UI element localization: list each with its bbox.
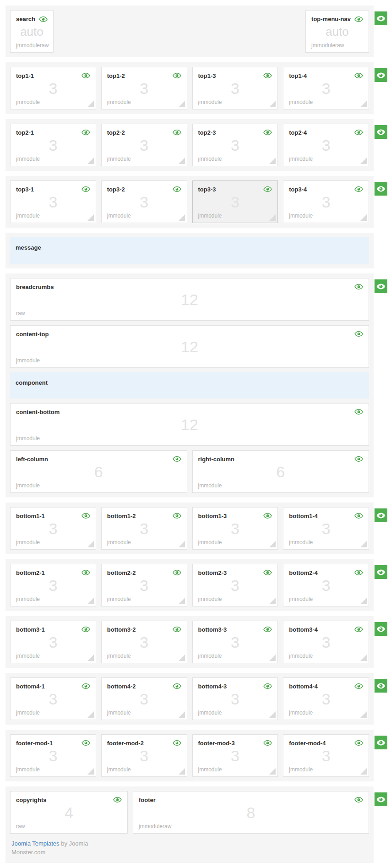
eye-icon[interactable] <box>263 683 272 689</box>
eye-icon[interactable] <box>263 513 272 519</box>
eye-icon[interactable] <box>354 409 363 415</box>
module-position-footer-mod-4[interactable]: footer-mod-43jmmodule <box>283 734 369 777</box>
module-position-bottom1-1[interactable]: bottom1-13jmmodule <box>10 507 96 550</box>
module-position-top3-4[interactable]: top3-43jmmodule <box>283 180 369 223</box>
eye-icon[interactable] <box>81 626 90 633</box>
resize-grip-icon[interactable] <box>179 711 185 718</box>
eye-icon[interactable] <box>81 72 90 79</box>
resize-grip-icon[interactable] <box>269 711 276 718</box>
module-position-right-column[interactable]: right-column6jmmodule <box>192 450 369 493</box>
eye-icon[interactable] <box>354 626 363 633</box>
module-position-bottom3-3[interactable]: bottom3-33jmmodule <box>192 621 278 663</box>
resize-grip-icon[interactable] <box>87 655 94 661</box>
eye-icon[interactable] <box>81 740 90 746</box>
module-position-top1-4[interactable]: top1-43jmmodule <box>283 67 369 109</box>
eye-icon[interactable] <box>354 129 363 136</box>
eye-icon[interactable] <box>354 186 363 192</box>
eye-icon[interactable] <box>354 797 363 803</box>
row-visibility-toggle-bottom3[interactable] <box>375 622 387 636</box>
eye-icon[interactable] <box>81 569 90 576</box>
row-visibility-toggle-top3[interactable] <box>375 182 387 196</box>
resize-grip-icon[interactable] <box>87 711 94 718</box>
eye-icon[interactable] <box>354 740 363 746</box>
module-position-bottom4-3[interactable]: bottom4-33jmmodule <box>192 677 278 720</box>
module-position-footer-mod-2[interactable]: footer-mod-23jmmodule <box>101 734 187 777</box>
module-position-bottom4-4[interactable]: bottom4-43jmmodule <box>283 677 369 720</box>
resize-grip-icon[interactable] <box>87 214 94 221</box>
module-position-footer-mod-3[interactable]: footer-mod-33jmmodule <box>192 734 278 777</box>
module-position-content-bottom[interactable]: content-bottom12jmmodule <box>10 403 369 446</box>
row-visibility-toggle-bottom1[interactable] <box>375 508 387 522</box>
resize-grip-icon[interactable] <box>360 101 367 107</box>
eye-icon[interactable] <box>354 513 363 519</box>
module-position-top2-3[interactable]: top2-33jmmodule <box>192 124 278 166</box>
module-position-bottom1-2[interactable]: bottom1-23jmmodule <box>101 507 187 550</box>
resize-grip-icon[interactable] <box>179 598 185 604</box>
eye-icon[interactable] <box>173 129 181 136</box>
eye-icon[interactable] <box>263 740 272 746</box>
resize-grip-icon[interactable] <box>179 541 185 547</box>
row-visibility-toggle-top1[interactable] <box>375 68 387 82</box>
module-position-top-menu-nav[interactable]: top-menu-navautojmmoduleraw <box>305 10 369 53</box>
module-position-bottom3-4[interactable]: bottom3-43jmmodule <box>283 621 369 663</box>
eye-icon[interactable] <box>263 626 272 633</box>
eye-icon[interactable] <box>354 569 363 576</box>
module-position-bottom2-3[interactable]: bottom2-33jmmodule <box>192 564 278 606</box>
module-position-top2-2[interactable]: top2-23jmmodule <box>101 124 187 166</box>
module-position-left-column[interactable]: left-column6jmmodule <box>10 450 187 493</box>
module-position-bottom3-2[interactable]: bottom3-23jmmodule <box>101 621 187 663</box>
resize-grip-icon[interactable] <box>360 158 367 164</box>
eye-icon[interactable] <box>354 683 363 689</box>
eye-icon[interactable] <box>173 513 181 519</box>
eye-icon[interactable] <box>173 626 181 633</box>
resize-grip-icon[interactable] <box>360 768 367 775</box>
module-position-bottom2-1[interactable]: bottom2-13jmmodule <box>10 564 96 606</box>
resize-grip-icon[interactable] <box>360 214 367 221</box>
resize-grip-icon[interactable] <box>360 655 367 661</box>
eye-icon[interactable] <box>354 16 363 22</box>
eye-icon[interactable] <box>263 72 272 79</box>
resize-grip-icon[interactable] <box>269 101 276 107</box>
resize-grip-icon[interactable] <box>360 711 367 718</box>
joomla-templates-link[interactable]: Joomla Templates <box>11 840 60 847</box>
row-visibility-toggle-footer-mod[interactable] <box>375 736 387 749</box>
eye-icon[interactable] <box>354 284 363 290</box>
module-position-bottom3-1[interactable]: bottom3-13jmmodule <box>10 621 96 663</box>
module-position-top3-1[interactable]: top3-13jmmodule <box>10 180 96 223</box>
resize-grip-icon[interactable] <box>269 541 276 547</box>
resize-grip-icon[interactable] <box>87 768 94 775</box>
resize-grip-icon[interactable] <box>269 214 276 221</box>
eye-icon[interactable] <box>173 740 181 746</box>
module-position-breadcrumbs[interactable]: breadcrumbs12raw <box>10 278 369 321</box>
module-position-footer[interactable]: footer8jmmoduleraw <box>133 791 369 834</box>
row-visibility-toggle-top2[interactable] <box>375 125 387 139</box>
module-position-content-top[interactable]: content-top12jmmodule <box>10 325 369 368</box>
eye-icon[interactable] <box>173 186 181 192</box>
module-position-top3-2[interactable]: top3-23jmmodule <box>101 180 187 223</box>
eye-icon[interactable] <box>354 331 363 337</box>
eye-icon[interactable] <box>81 186 90 192</box>
row-visibility-toggle-footer-row[interactable] <box>375 792 387 806</box>
module-position-search[interactable]: searchautojmmoduleraw <box>10 10 54 53</box>
module-position-bottom4-2[interactable]: bottom4-23jmmodule <box>101 677 187 720</box>
module-position-top1-1[interactable]: top1-13jmmodule <box>10 67 96 109</box>
resize-grip-icon[interactable] <box>179 158 185 164</box>
resize-grip-icon[interactable] <box>87 598 94 604</box>
eye-icon[interactable] <box>354 72 363 79</box>
resize-grip-icon[interactable] <box>87 541 94 547</box>
eye-icon[interactable] <box>173 72 181 79</box>
resize-grip-icon[interactable] <box>179 214 185 221</box>
row-visibility-toggle-bottom4[interactable] <box>375 679 387 693</box>
eye-icon[interactable] <box>173 683 181 689</box>
module-position-bottom1-3[interactable]: bottom1-33jmmodule <box>192 507 278 550</box>
row-visibility-toggle-main-content[interactable] <box>375 279 387 293</box>
resize-grip-icon[interactable] <box>360 598 367 604</box>
module-position-top1-3[interactable]: top1-33jmmodule <box>192 67 278 109</box>
resize-grip-icon[interactable] <box>269 598 276 604</box>
eye-icon[interactable] <box>81 513 90 519</box>
resize-grip-icon[interactable] <box>179 101 185 107</box>
eye-icon[interactable] <box>173 569 181 576</box>
module-position-bottom2-4[interactable]: bottom2-43jmmodule <box>283 564 369 606</box>
resize-grip-icon[interactable] <box>87 158 94 164</box>
eye-icon[interactable] <box>173 456 181 462</box>
